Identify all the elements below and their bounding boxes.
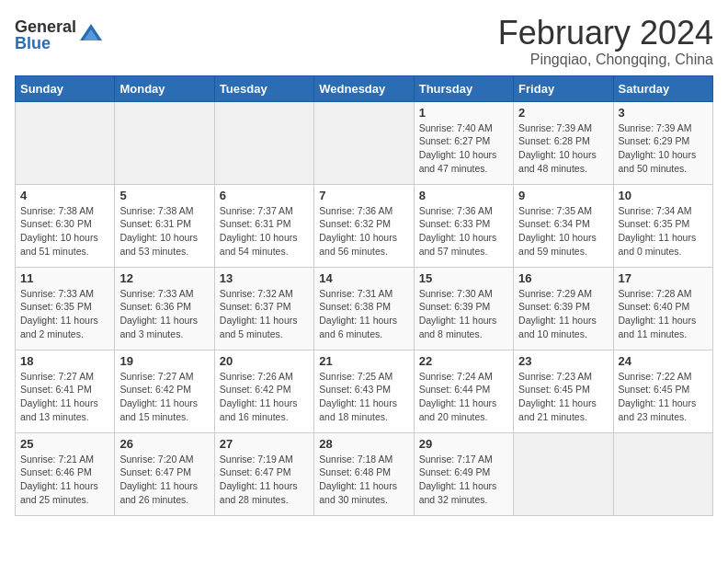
day-info: Sunrise: 7:34 AM Sunset: 6:35 PM Dayligh… xyxy=(619,204,708,259)
calendar-cell: 14Sunrise: 7:31 AM Sunset: 6:38 PM Dayli… xyxy=(314,267,414,350)
calendar-table: SundayMondayTuesdayWednesdayThursdayFrid… xyxy=(15,75,713,516)
day-number: 29 xyxy=(419,437,508,451)
day-info: Sunrise: 7:24 AM Sunset: 6:44 PM Dayligh… xyxy=(419,370,508,424)
day-info: Sunrise: 7:33 AM Sunset: 6:35 PM Dayligh… xyxy=(20,287,109,341)
calendar-week-row: 11Sunrise: 7:33 AM Sunset: 6:35 PM Dayli… xyxy=(16,267,713,350)
day-info: Sunrise: 7:38 AM Sunset: 6:30 PM Dayligh… xyxy=(20,204,109,259)
day-number: 26 xyxy=(119,437,209,451)
day-number: 12 xyxy=(119,271,209,285)
day-info: Sunrise: 7:36 AM Sunset: 6:33 PM Dayligh… xyxy=(419,204,508,259)
day-number: 21 xyxy=(319,354,408,368)
day-info: Sunrise: 7:37 AM Sunset: 6:31 PM Dayligh… xyxy=(220,204,309,259)
calendar-cell xyxy=(314,101,414,184)
day-info: Sunrise: 7:20 AM Sunset: 6:47 PM Dayligh… xyxy=(119,453,209,507)
calendar-cell: 3Sunrise: 7:39 AM Sunset: 6:29 PM Daylig… xyxy=(613,101,712,184)
day-number: 19 xyxy=(119,354,209,368)
day-number: 18 xyxy=(20,354,109,368)
calendar-cell: 5Sunrise: 7:38 AM Sunset: 6:31 PM Daylig… xyxy=(115,184,214,267)
calendar-cell: 13Sunrise: 7:32 AM Sunset: 6:37 PM Dayli… xyxy=(214,267,313,350)
logo-blue-text: Blue xyxy=(15,35,76,52)
day-number: 27 xyxy=(220,437,309,451)
title-section: February 2024 Pingqiao, Chongqing, China xyxy=(498,15,713,68)
day-number: 17 xyxy=(619,271,708,285)
calendar-cell: 6Sunrise: 7:37 AM Sunset: 6:31 PM Daylig… xyxy=(214,184,313,267)
day-info: Sunrise: 7:36 AM Sunset: 6:32 PM Dayligh… xyxy=(319,204,408,259)
day-number: 20 xyxy=(220,354,309,368)
day-info: Sunrise: 7:26 AM Sunset: 6:42 PM Dayligh… xyxy=(220,370,309,424)
calendar-cell: 11Sunrise: 7:33 AM Sunset: 6:35 PM Dayli… xyxy=(16,267,115,350)
calendar-week-row: 18Sunrise: 7:27 AM Sunset: 6:41 PM Dayli… xyxy=(16,350,713,432)
day-info: Sunrise: 7:40 AM Sunset: 6:27 PM Dayligh… xyxy=(419,121,508,176)
calendar-week-row: 25Sunrise: 7:21 AM Sunset: 6:46 PM Dayli… xyxy=(16,432,713,515)
calendar-cell: 16Sunrise: 7:29 AM Sunset: 6:39 PM Dayli… xyxy=(514,267,613,350)
calendar-cell: 19Sunrise: 7:27 AM Sunset: 6:42 PM Dayli… xyxy=(115,350,214,432)
day-number: 13 xyxy=(220,271,309,285)
calendar-cell: 4Sunrise: 7:38 AM Sunset: 6:30 PM Daylig… xyxy=(16,184,115,267)
day-info: Sunrise: 7:27 AM Sunset: 6:41 PM Dayligh… xyxy=(20,370,109,424)
page-header: General Blue February 2024 Pingqiao, Cho… xyxy=(15,15,713,68)
day-number: 4 xyxy=(20,189,109,202)
calendar-cell: 18Sunrise: 7:27 AM Sunset: 6:41 PM Dayli… xyxy=(16,350,115,432)
calendar-cell xyxy=(613,432,712,515)
day-number: 2 xyxy=(518,106,608,120)
calendar-cell: 15Sunrise: 7:30 AM Sunset: 6:39 PM Dayli… xyxy=(414,267,513,350)
day-info: Sunrise: 7:28 AM Sunset: 6:40 PM Dayligh… xyxy=(619,287,708,341)
day-header-friday: Friday xyxy=(514,75,613,101)
calendar-cell: 8Sunrise: 7:36 AM Sunset: 6:33 PM Daylig… xyxy=(414,184,513,267)
day-header-tuesday: Tuesday xyxy=(214,75,313,101)
day-info: Sunrise: 7:21 AM Sunset: 6:46 PM Dayligh… xyxy=(20,453,109,507)
calendar-cell: 26Sunrise: 7:20 AM Sunset: 6:47 PM Dayli… xyxy=(115,432,214,515)
calendar-cell xyxy=(214,101,313,184)
day-info: Sunrise: 7:23 AM Sunset: 6:45 PM Dayligh… xyxy=(518,370,608,424)
day-info: Sunrise: 7:27 AM Sunset: 6:42 PM Dayligh… xyxy=(119,370,209,424)
day-info: Sunrise: 7:39 AM Sunset: 6:29 PM Dayligh… xyxy=(619,121,708,176)
calendar-cell: 17Sunrise: 7:28 AM Sunset: 6:40 PM Dayli… xyxy=(613,267,712,350)
calendar-cell xyxy=(514,432,613,515)
day-info: Sunrise: 7:38 AM Sunset: 6:31 PM Dayligh… xyxy=(119,204,209,259)
day-number: 10 xyxy=(619,189,708,202)
day-header-thursday: Thursday xyxy=(414,75,513,101)
day-info: Sunrise: 7:35 AM Sunset: 6:34 PM Dayligh… xyxy=(518,204,608,259)
logo: General Blue xyxy=(15,18,104,52)
calendar-cell: 21Sunrise: 7:25 AM Sunset: 6:43 PM Dayli… xyxy=(314,350,414,432)
day-info: Sunrise: 7:17 AM Sunset: 6:49 PM Dayligh… xyxy=(419,453,508,507)
day-number: 16 xyxy=(518,271,608,285)
day-header-wednesday: Wednesday xyxy=(314,75,414,101)
calendar-cell: 24Sunrise: 7:22 AM Sunset: 6:45 PM Dayli… xyxy=(613,350,712,432)
calendar-cell: 1Sunrise: 7:40 AM Sunset: 6:27 PM Daylig… xyxy=(414,101,513,184)
day-info: Sunrise: 7:19 AM Sunset: 6:47 PM Dayligh… xyxy=(220,453,309,507)
page-title: February 2024 xyxy=(498,15,713,52)
calendar-header-row: SundayMondayTuesdayWednesdayThursdayFrid… xyxy=(16,75,713,101)
calendar-cell: 10Sunrise: 7:34 AM Sunset: 6:35 PM Dayli… xyxy=(613,184,712,267)
calendar-week-row: 1Sunrise: 7:40 AM Sunset: 6:27 PM Daylig… xyxy=(16,101,713,184)
calendar-cell: 7Sunrise: 7:36 AM Sunset: 6:32 PM Daylig… xyxy=(314,184,414,267)
calendar-cell: 25Sunrise: 7:21 AM Sunset: 6:46 PM Dayli… xyxy=(16,432,115,515)
day-number: 6 xyxy=(220,189,309,202)
day-number: 23 xyxy=(518,354,608,368)
day-number: 1 xyxy=(419,106,508,120)
day-number: 28 xyxy=(319,437,408,451)
logo-icon xyxy=(78,22,104,48)
logo-general-text: General xyxy=(15,18,76,35)
day-info: Sunrise: 7:18 AM Sunset: 6:48 PM Dayligh… xyxy=(319,453,408,507)
day-number: 8 xyxy=(419,189,508,202)
day-info: Sunrise: 7:32 AM Sunset: 6:37 PM Dayligh… xyxy=(220,287,309,341)
day-info: Sunrise: 7:30 AM Sunset: 6:39 PM Dayligh… xyxy=(419,287,508,341)
day-header-sunday: Sunday xyxy=(16,75,115,101)
calendar-cell: 22Sunrise: 7:24 AM Sunset: 6:44 PM Dayli… xyxy=(414,350,513,432)
calendar-cell: 9Sunrise: 7:35 AM Sunset: 6:34 PM Daylig… xyxy=(514,184,613,267)
day-info: Sunrise: 7:29 AM Sunset: 6:39 PM Dayligh… xyxy=(518,287,608,341)
calendar-cell: 28Sunrise: 7:18 AM Sunset: 6:48 PM Dayli… xyxy=(314,432,414,515)
day-number: 7 xyxy=(319,189,408,202)
day-number: 11 xyxy=(20,271,109,285)
day-number: 24 xyxy=(619,354,708,368)
day-info: Sunrise: 7:39 AM Sunset: 6:28 PM Dayligh… xyxy=(518,121,608,176)
calendar-cell xyxy=(115,101,214,184)
day-info: Sunrise: 7:31 AM Sunset: 6:38 PM Dayligh… xyxy=(319,287,408,341)
day-info: Sunrise: 7:33 AM Sunset: 6:36 PM Dayligh… xyxy=(119,287,209,341)
day-info: Sunrise: 7:22 AM Sunset: 6:45 PM Dayligh… xyxy=(619,370,708,424)
page-subtitle: Pingqiao, Chongqing, China xyxy=(498,52,713,68)
day-number: 25 xyxy=(20,437,109,451)
calendar-cell: 23Sunrise: 7:23 AM Sunset: 6:45 PM Dayli… xyxy=(514,350,613,432)
calendar-cell: 12Sunrise: 7:33 AM Sunset: 6:36 PM Dayli… xyxy=(115,267,214,350)
